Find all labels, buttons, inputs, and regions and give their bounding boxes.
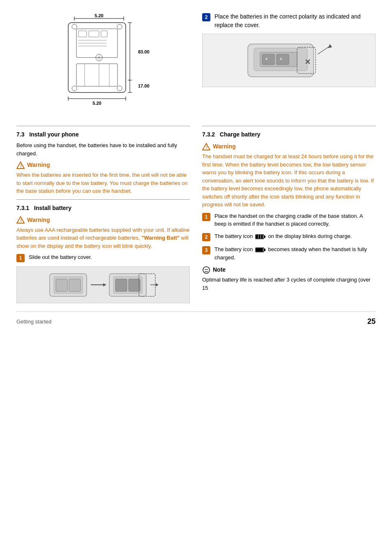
warning-731-label: Warning <box>27 216 50 224</box>
svg-rect-69 <box>264 235 265 238</box>
section-731-title: Install battery <box>34 205 71 211</box>
warning-731: ! Warning Always use AAA rechargeable ba… <box>16 216 190 250</box>
svg-point-13 <box>117 24 122 29</box>
top-left-section: 5.20 <box>16 8 190 118</box>
note-732: ━━ ━━ Note Optimal battery life is reach… <box>202 265 376 292</box>
charge-step-2: 2 The battery icon on the display blinks… <box>202 232 376 241</box>
step-731-1-badge: 1 <box>16 254 25 262</box>
battery-icon-blink <box>255 232 266 240</box>
svg-rect-72 <box>264 249 265 251</box>
svg-rect-38 <box>277 54 289 65</box>
section-732-header: 7.3.2 Charge battery <box>202 130 376 139</box>
warning-732-label: Warning <box>213 142 235 151</box>
svg-text:✕: ✕ <box>304 58 311 66</box>
note-732-label: Note <box>213 265 226 274</box>
warning-732-title-row: ! Warning <box>202 142 376 151</box>
svg-rect-6 <box>78 31 87 37</box>
section-731-header: 7.3.1 Install battery <box>16 204 190 212</box>
svg-text:5.20: 5.20 <box>92 101 101 106</box>
section-732-number: 7.3.2 <box>202 131 215 138</box>
section-73-header: 7.3 Install your phone <box>16 130 190 139</box>
section-732-title: Charge battery <box>220 131 261 138</box>
step2-badge: 2 <box>202 13 210 21</box>
svg-point-15 <box>117 86 122 91</box>
warning-731-bold: "Warning Batt" <box>141 235 180 241</box>
warning-731-title-row: ! Warning <box>16 216 190 224</box>
warning-731-icon: ! <box>16 216 25 224</box>
bottom-right-section: 7.3.2 Charge battery ! Warning The hands… <box>202 118 376 303</box>
warning-73-label: Warning <box>27 161 50 169</box>
battery-install-svg <box>42 268 165 302</box>
step-731-1-text: Slide out the battery cover. <box>29 253 92 261</box>
svg-rect-71 <box>256 248 263 252</box>
section-73-title: Install your phone <box>29 131 79 138</box>
divider-2 <box>16 199 190 200</box>
phone-diagram-wrapper: 5.20 <box>46 12 161 109</box>
svg-marker-62 <box>156 283 159 286</box>
divider-1 <box>16 126 190 126</box>
svg-point-14 <box>72 86 77 91</box>
step2-text: Place the batteries in the correct polar… <box>214 12 376 30</box>
svg-rect-16 <box>76 64 118 86</box>
svg-rect-58 <box>115 279 127 291</box>
svg-text:!: ! <box>21 164 22 169</box>
section-73-number: 7.3 <box>16 131 24 138</box>
charge-step-2-text: The battery icon on the display blinks d… <box>214 232 352 240</box>
charge-step-1: 1 Place the handset on the charging crad… <box>202 212 376 228</box>
battery-image-svg: + - + ✕ <box>235 36 342 85</box>
section-73-intro: Before using the handset, the batteries … <box>16 141 190 157</box>
battery-icon-full <box>255 245 266 254</box>
svg-text:+: + <box>265 57 268 61</box>
step-731-1: 1 Slide out the battery cover. <box>16 253 190 262</box>
svg-text:!: ! <box>206 145 208 150</box>
svg-rect-7 <box>89 31 99 37</box>
charge-step-1-text: Place the handset on the charging cradle… <box>214 212 376 228</box>
svg-line-42 <box>318 46 330 54</box>
warning-731-text: Always use AAA rechargeable batteries su… <box>16 226 190 250</box>
charge-step-2-badge: 2 <box>202 233 210 241</box>
battery-install-image <box>16 266 190 303</box>
section-731-number: 7.3.1 <box>16 205 29 211</box>
warning-732-icon: ! <box>202 143 210 151</box>
svg-marker-55 <box>103 283 106 286</box>
divider-3 <box>202 126 376 126</box>
svg-text:+: + <box>280 57 282 61</box>
svg-text:5.20: 5.20 <box>95 13 103 18</box>
battery-replacement-image: + - + ✕ <box>202 34 376 87</box>
bottom-left-section: 7.3 Install your phone Before using the … <box>16 118 190 303</box>
svg-rect-52 <box>56 279 67 291</box>
warning-732: ! Warning The handset must be charged fo… <box>202 142 376 209</box>
charge-step-3-badge: 3 <box>202 246 210 254</box>
svg-rect-67 <box>258 235 261 238</box>
svg-rect-8 <box>101 31 107 37</box>
phone-diagram-svg: 5.20 <box>46 12 161 107</box>
svg-text:!: ! <box>21 219 22 223</box>
svg-text:━━: ━━ <box>204 270 208 273</box>
svg-rect-66 <box>256 235 258 238</box>
svg-marker-43 <box>328 44 332 48</box>
step2-container: 2 Place the batteries in the correct pol… <box>202 12 376 30</box>
svg-rect-53 <box>69 279 81 291</box>
note-732-icon: ━━ ━━ <box>202 266 210 274</box>
svg-point-12 <box>72 24 77 29</box>
page-footer: Getting started 25 <box>16 312 376 327</box>
warning-732-text: The handset must be charged for at least… <box>202 152 376 209</box>
note-732-text: Optimal battery life is reached after 3 … <box>202 276 376 292</box>
warning-73-title-row: ! Warning <box>16 161 190 169</box>
footer-text: Getting started <box>16 318 51 326</box>
charge-step-3-text: The battery icon becomes steady when the… <box>214 245 376 262</box>
svg-rect-68 <box>261 235 263 238</box>
charge-step-3: 3 The battery icon becomes steady when t… <box>202 245 376 262</box>
note-732-title-row: ━━ ━━ Note <box>202 265 376 274</box>
svg-text:-: - <box>274 58 275 62</box>
svg-rect-59 <box>129 279 140 291</box>
warning-73: ! Warning When the batteries are inserte… <box>16 161 190 195</box>
top-right-section: 2 Place the batteries in the correct pol… <box>202 8 376 118</box>
svg-text:17.00: 17.00 <box>138 83 150 88</box>
warning-73-text: When the batteries are inserted for the … <box>16 171 190 195</box>
svg-text:83.00: 83.00 <box>138 49 150 54</box>
warning-73-icon: ! <box>16 161 25 169</box>
charge-step-1-badge: 1 <box>202 213 210 221</box>
page-number: 25 <box>367 316 376 327</box>
svg-rect-37 <box>262 54 274 65</box>
